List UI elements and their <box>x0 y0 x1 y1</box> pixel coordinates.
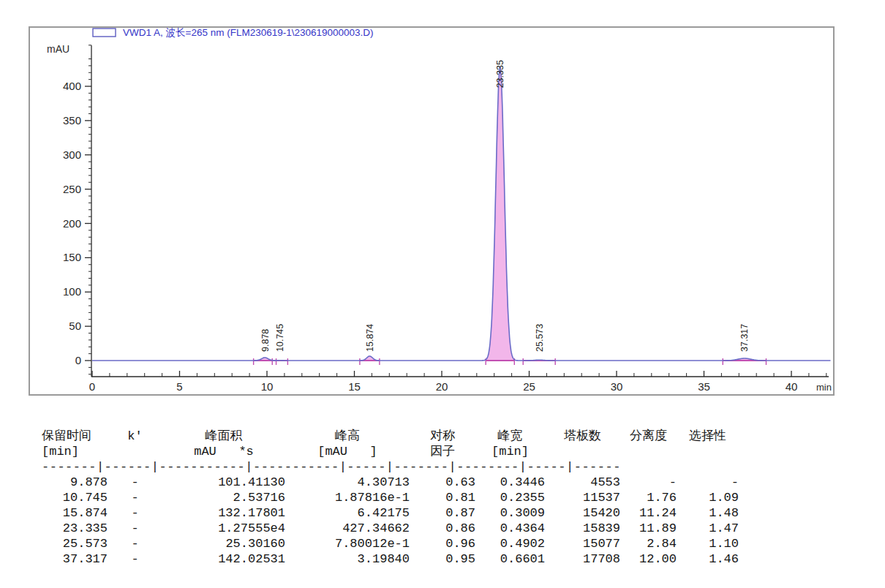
table-cell: 1.47 <box>677 521 739 536</box>
x-tick-label: 40 <box>786 380 798 393</box>
table-cell: 37.317 <box>42 551 108 567</box>
col-header-resolution: 分离度 <box>620 429 677 444</box>
table-cell: 11.89 <box>620 521 677 536</box>
table-cell: 10.745 <box>42 490 108 505</box>
table-cell: 0.3446 <box>475 475 545 490</box>
table-row: 10.745-2.537161.87816e-10.810.2355115371… <box>42 490 739 505</box>
table-cell: 0.2355 <box>475 490 545 505</box>
table-cell: 15839 <box>545 521 620 536</box>
table-cell: 0.86 <box>410 521 475 536</box>
peak-table-body: 9.878-101.411304.307130.630.34464553--10… <box>42 475 739 567</box>
table-cell: - <box>108 536 162 551</box>
y-tick-label: 300 <box>63 148 81 161</box>
table-cell: - <box>108 490 162 505</box>
table-separator-row: -------|------|-----------|-----------|-… <box>42 459 739 475</box>
x-tick-label: 10 <box>261 380 274 393</box>
peak-retention-label: 23.335 <box>495 60 505 88</box>
y-tick-label: 150 <box>63 251 81 263</box>
table-cell: 1.10 <box>677 536 739 551</box>
peak-retention-label: 10.745 <box>275 324 285 352</box>
table-cell: 142.02531 <box>162 551 285 567</box>
table-cell: 23.335 <box>42 521 108 536</box>
table-cell: 0.63 <box>410 475 475 490</box>
peak-table: 保留时间 k' 峰面积 峰高 对称 峰宽 塔板数 分离度 选择性 [min] m… <box>42 429 739 567</box>
table-cell: 17708 <box>545 551 620 567</box>
table-row: 15.874-132.178016.421750.870.30091542011… <box>42 505 739 521</box>
peak-retention-label: 15.874 <box>365 324 375 352</box>
table-cell: 25.30160 <box>162 536 285 551</box>
table-cell: 11.24 <box>620 505 677 521</box>
table-cell: 427.34662 <box>285 521 410 536</box>
y-tick-label: 200 <box>63 217 81 230</box>
table-cell: 0.87 <box>410 505 475 521</box>
peak-results-table: 保留时间 k' 峰面积 峰高 对称 峰宽 塔板数 分离度 选择性 [min] m… <box>42 429 758 567</box>
table-cell: - <box>108 505 162 521</box>
y-tick-label: 250 <box>63 183 81 195</box>
table-cell: 101.41130 <box>162 475 285 490</box>
table-cell: - <box>108 521 162 536</box>
table-header-row-1: 保留时间 k' 峰面积 峰高 对称 峰宽 塔板数 分离度 选择性 <box>42 429 739 444</box>
separator-line: -------|------|-----------|-----------|-… <box>42 459 739 475</box>
table-cell: 25.573 <box>42 536 108 551</box>
table-cell: 15.874 <box>42 505 108 521</box>
table-cell: 3.19840 <box>285 551 410 567</box>
col-unit-peak-width: [min] <box>475 444 545 459</box>
x-tick-label: 0 <box>89 380 95 393</box>
col-header-plates: 塔板数 <box>545 429 620 444</box>
table-cell: 15420 <box>545 505 620 521</box>
table-cell: 7.80012e-1 <box>285 536 410 551</box>
table-cell: 0.6601 <box>475 551 545 567</box>
table-cell: 1.48 <box>677 505 739 521</box>
table-cell: 0.81 <box>410 490 475 505</box>
col-header-symmetry: 对称 <box>410 429 475 444</box>
table-row: 37.317-142.025313.198400.950.66011770812… <box>42 551 739 567</box>
col-unit-peak-height: [mAU ] <box>285 444 410 459</box>
table-cell: 2.84 <box>620 536 677 551</box>
table-cell: 2.53716 <box>162 490 285 505</box>
y-tick-label: 0 <box>75 354 81 366</box>
col-header-peak-height: 峰高 <box>285 429 410 444</box>
table-row: 25.573-25.301607.80012e-10.960.490215077… <box>42 536 739 551</box>
col-unit-retention-time: [min] <box>42 444 108 459</box>
table-cell: 9.878 <box>42 475 108 490</box>
peak-retention-label: 37.317 <box>739 324 750 352</box>
table-cell: 1.46 <box>677 551 739 567</box>
col-unit-k-prime <box>108 444 162 459</box>
table-cell: - <box>108 551 162 567</box>
table-cell: - <box>677 475 739 490</box>
x-tick-label: 5 <box>176 380 182 393</box>
table-cell: 0.95 <box>410 551 475 567</box>
col-header-k-prime: k' <box>108 429 162 444</box>
table-cell: - <box>108 475 162 490</box>
y-tick-label: 50 <box>69 320 81 332</box>
table-cell: 1.09 <box>677 490 739 505</box>
legend-label: VWD1 A, 波长=265 nm (FLM230619-1\230619000… <box>123 27 374 38</box>
table-row: 9.878-101.411304.307130.630.34464553-- <box>42 475 739 490</box>
peak-retention-label: 9.878 <box>260 329 271 352</box>
table-cell: 0.96 <box>410 536 475 551</box>
x-axis-unit: min <box>816 382 832 393</box>
report-page: { "chart_data": { "type": "line", "legen… <box>0 0 885 588</box>
table-cell: 4553 <box>545 475 620 490</box>
table-cell: 4.30713 <box>285 475 410 490</box>
col-header-selectivity: 选择性 <box>677 429 739 444</box>
x-tick-label: 25 <box>523 380 535 393</box>
col-header-peak-width: 峰宽 <box>475 429 545 444</box>
table-cell: 132.17801 <box>162 505 285 521</box>
table-cell: 0.3009 <box>475 505 545 521</box>
y-axis-unit: mAU <box>47 43 69 55</box>
table-header-row-2: [min] mAU *s [mAU ] 因子 [min] <box>42 444 739 459</box>
table-cell: 6.42175 <box>285 505 410 521</box>
col-header-peak-area: 峰面积 <box>162 429 285 444</box>
table-cell: - <box>620 475 677 490</box>
table-cell: 0.4364 <box>475 521 545 536</box>
chromatogram: VWD1 A, 波长=265 nm (FLM230619-1\230619000… <box>0 0 885 410</box>
y-tick-label: 350 <box>63 114 81 127</box>
col-header-retention-time: 保留时间 <box>42 429 108 444</box>
x-tick-label: 35 <box>698 380 710 393</box>
col-unit-symmetry: 因子 <box>410 444 475 459</box>
table-cell: 12.00 <box>620 551 677 567</box>
col-unit-peak-area: mAU *s <box>162 444 285 459</box>
x-tick-label: 30 <box>611 380 623 393</box>
table-cell: 1.27555e4 <box>162 521 285 536</box>
